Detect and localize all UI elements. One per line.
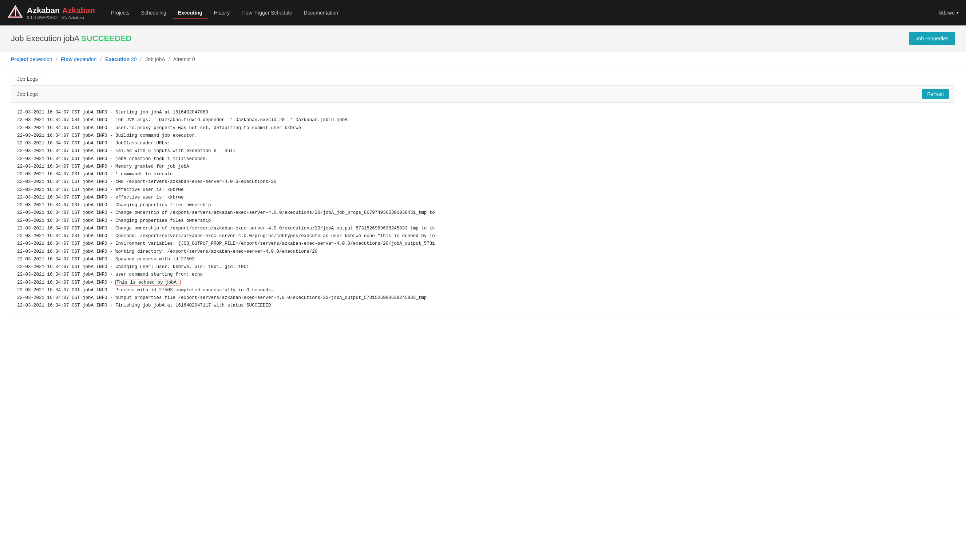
log-content: 22-03-2021 16:34:07 CST jobA INFO - Star… <box>11 103 955 316</box>
brand-my-azkaban: My Azkaban <box>62 15 84 20</box>
breadcrumb-attempt-label: Attempt <box>173 56 191 62</box>
page-content: Job Execution jobA SUCCEEDED Job Propert… <box>0 25 966 560</box>
breadcrumb: Project dependon / Flow dependon / Execu… <box>0 52 966 67</box>
log-panel-header: Job Logs Refresh <box>11 85 955 103</box>
main-nav: Projects Scheduling Executing History Fl… <box>106 7 928 18</box>
breadcrumb-project-link[interactable]: dependon <box>30 56 52 62</box>
breadcrumb-job-value: jobA <box>155 56 165 62</box>
breadcrumb-sep-1: / <box>56 56 58 62</box>
nav-flow-trigger-schedule[interactable]: Flow Trigger Schedule <box>236 7 297 18</box>
breadcrumb-execution-link[interactable]: 20 <box>131 56 137 62</box>
tab-job-logs[interactable]: Job Logs <box>11 73 44 85</box>
breadcrumb-sep-3: / <box>140 56 141 62</box>
breadcrumb-execution-label: Execution <box>105 56 130 62</box>
breadcrumb-attempt-value: 0 <box>192 56 195 62</box>
nav-projects[interactable]: Projects <box>106 7 135 18</box>
job-status-badge: SUCCEEDED <box>81 34 131 43</box>
brand-name-white: Azkaban <box>27 6 60 15</box>
navbar-brand: Azkaban Azkaban 0.1.0-SNAPSHOT My Azkaba… <box>7 5 95 21</box>
nav-history[interactable]: History <box>209 7 235 18</box>
navbar: Azkaban Azkaban 0.1.0-SNAPSHOT My Azkaba… <box>0 0 966 25</box>
breadcrumb-project-label: Project <box>11 56 28 62</box>
breadcrumb-sep-4: / <box>169 56 170 62</box>
breadcrumb-flow-link[interactable]: dependon <box>74 56 97 62</box>
page-title: Job Execution jobA SUCCEEDED <box>11 34 131 43</box>
nav-documentation[interactable]: Documentation <box>299 7 343 18</box>
user-menu[interactable]: kkbrwe <box>939 10 959 16</box>
breadcrumb-sep-2: / <box>100 56 102 62</box>
tabs-bar: Job Logs <box>0 67 966 85</box>
breadcrumb-job-label: Job <box>145 56 154 62</box>
page-header: Job Execution jobA SUCCEEDED Job Propert… <box>0 25 966 52</box>
azkaban-logo <box>7 5 23 21</box>
brand-name-red: Azkaban <box>62 6 95 15</box>
breadcrumb-flow-label: Flow <box>61 56 72 62</box>
page-title-prefix: Job Execution jobA <box>11 34 79 43</box>
refresh-button[interactable]: Refresh <box>922 89 949 99</box>
brand-version: 0.1.0-SNAPSHOT <box>27 15 59 20</box>
nav-scheduling[interactable]: Scheduling <box>136 7 171 18</box>
job-properties-button[interactable]: Job Properties <box>909 32 955 45</box>
brand-text: Azkaban Azkaban 0.1.0-SNAPSHOT My Azkaba… <box>27 6 95 20</box>
nav-executing[interactable]: Executing <box>173 7 207 18</box>
log-panel: Job Logs Refresh 22-03-2021 16:34:07 CST… <box>11 85 955 316</box>
highlighted-log-text: This is echoed by jobA. <box>115 280 181 285</box>
log-panel-title: Job Logs <box>17 91 38 97</box>
